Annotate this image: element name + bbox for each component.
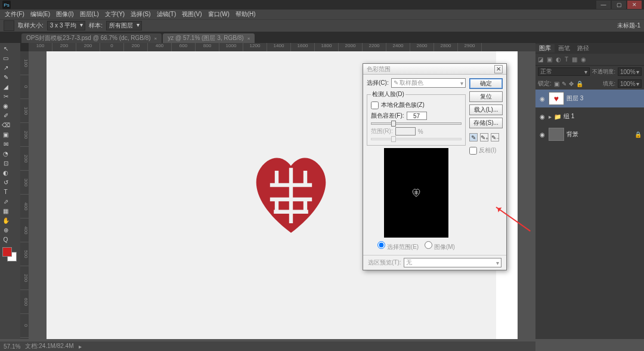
load-button[interactable]: 载入(L)... [469,104,503,115]
window-minimize[interactable]: — [596,1,611,9]
visibility-icon[interactable]: ◉ [538,96,546,102]
filter-icon[interactable]: T [565,56,568,63]
lasso-tool[interactable]: ↗ [1,63,10,72]
panels: 图库 画笔 路径 ◪ ▣ ◐ T ▦ ◉ 正常▾ 不透明度: 100%▾ 锁定:… [535,43,644,339]
layer-name: 背景 [566,130,578,138]
reset-button[interactable]: 复位 [469,91,503,102]
filter-icon[interactable]: ◪ [538,56,543,63]
gradient-tool[interactable]: ▣ [1,130,10,139]
app-logo: Ps [2,1,11,9]
layer-name: 组 1 [564,112,574,121]
fuzziness-input[interactable] [407,112,427,120]
patch-tool[interactable]: ⊡ [1,159,10,168]
preview-mode-select[interactable]: 无▾ [404,258,501,267]
invert-checkbox[interactable]: 反相(I) [469,146,503,155]
eyedropper-plus-icon[interactable]: ✎₊ [480,133,488,141]
menu-file[interactable]: 文件(F) [2,10,27,19]
filter-icon[interactable]: ◉ [581,56,586,63]
slice-tool[interactable]: ✂ [1,92,10,101]
visibility-icon[interactable]: ◉ [538,131,546,138]
eyedropper-tool[interactable]: ◉ [1,101,10,110]
panel-tab-paths[interactable]: 路径 [574,44,593,53]
blur-tool[interactable]: ◔ [1,149,10,158]
radio-selection[interactable]: 选择范围(E) [377,241,419,251]
eraser-tool[interactable]: ⌫ [1,121,10,130]
ruler-vertical: 10001002002003004004005002006000700 [20,51,29,339]
menu-type[interactable]: 文字(Y) [103,10,127,19]
dialog-title: 色彩范围 [367,65,391,73]
menu-window[interactable]: 窗口(W) [206,10,232,19]
wand-tool[interactable]: ✎ [1,73,10,82]
sample-size-label: 取样大小: [18,21,44,30]
lock-icon[interactable]: ✎ [562,81,566,87]
blend-mode-select[interactable]: 正常▾ [538,67,590,76]
sample-size-select[interactable]: 3 x 3 平均 [47,21,85,30]
fill-input[interactable]: 100%▾ [618,79,642,88]
panel-tab-layers[interactable]: 图库 [535,44,555,53]
dialog-close-button[interactable]: ✕ [494,65,503,73]
crop-tool[interactable]: ◢ [1,82,10,91]
menu-help[interactable]: 帮助(H) [233,10,258,19]
visibility-icon[interactable]: ◉ [538,113,546,120]
brush-tool[interactable]: ✐ [1,111,10,120]
color-swatch[interactable] [2,247,17,261]
options-bar: 取样大小: 3 x 3 平均 样本: 所有图层 未标题-1 [0,19,644,32]
menu-filter[interactable]: 滤镜(T) [154,10,179,19]
layer-group[interactable]: ◉ ▸ 📁 组 1 [535,107,644,125]
document-tab-2[interactable]: yz @ 57.1% (图层 3, RGB/8)× [163,33,255,43]
opacity-input[interactable]: 100%▾ [618,67,642,76]
ruler-horizontal: 1002002000200400600800100012001400160018… [29,43,535,51]
close-icon[interactable]: × [154,36,157,41]
type-tool[interactable]: T [1,187,10,196]
zoom-tool[interactable]: ⊕ [1,226,10,235]
document-tab-1[interactable]: OPS封面模板23-7-3.psd @ 66.7% (dc, RGB/8)× [21,33,162,43]
eyedropper-icon[interactable]: ✎ [469,133,478,141]
range-slider [371,138,462,140]
stamp-tool[interactable]: ✉ [1,140,10,149]
panel-tab-channels[interactable]: 画笔 [555,44,574,53]
marquee-tool[interactable]: ▭ [1,54,10,63]
save-button[interactable]: 存储(S)... [469,118,503,128]
expand-icon[interactable]: ▸ [549,113,552,120]
shape-tool[interactable]: ▦ [1,207,10,215]
dodge-tool[interactable]: ◐ [1,168,10,177]
menu-edit[interactable]: 编辑(E) [28,10,52,19]
tool-preset-icon[interactable] [4,20,14,31]
lock-icon[interactable]: 🔒 [576,81,583,87]
pen-tool[interactable]: ↺ [1,178,10,187]
select-dropdown[interactable]: ✎ 取样颜色▾ [391,78,466,88]
filter-icon[interactable]: ▣ [547,56,552,63]
foreground-color[interactable] [2,247,12,257]
artwork-heart [243,147,339,242]
range-unit: % [418,128,423,135]
lock-icon[interactable]: ▣ [554,81,559,87]
menu-image[interactable]: 图像(I) [54,10,76,19]
move-tool[interactable]: ↖ [1,44,10,53]
radio-image[interactable]: 图像(M) [425,241,455,251]
menu-bar: 文件(F) 编辑(E) 图像(I) 图层(L) 文字(Y) 选择(S) 滤镜(T… [0,10,644,19]
layer-item[interactable]: ◉ ♥ 图层 3 [535,90,644,107]
preview-mode-label: 选区预览(T): [368,258,401,267]
menu-layer[interactable]: 图层(L) [78,10,101,19]
chevron-right-icon[interactable]: ▸ [79,343,82,350]
lock-label: 锁定: [538,79,552,88]
fuzziness-slider[interactable] [371,122,462,125]
filter-icon[interactable]: ▦ [572,56,577,63]
quickmask-tool[interactable]: Q [1,235,10,244]
menu-select[interactable]: 选择(S) [128,10,153,19]
ok-button[interactable]: 确定 [469,78,503,89]
eyedropper-minus-icon[interactable]: ✎₋ [491,133,499,141]
zoom-level[interactable]: 57.1% [4,343,20,350]
toolbox: ↖ ▭ ↗ ✎ ◢ ✂ ◉ ✐ ⌫ ▣ ✉ ◔ ⊡ ◐ ↺ T ⬀ ▦ ✋ ⊕ … [0,43,20,339]
window-close[interactable]: ✕ [627,1,642,9]
sample-select[interactable]: 所有图层 [106,21,142,30]
lock-icon[interactable]: ✥ [569,81,574,87]
path-tool[interactable]: ⬀ [1,197,10,206]
hand-tool[interactable]: ✋ [1,216,10,225]
menu-view[interactable]: 视图(V) [179,10,204,19]
window-maximize[interactable]: ▢ [612,1,626,9]
filter-icon[interactable]: ◐ [556,56,561,63]
localized-checkbox[interactable] [371,101,379,109]
close-icon[interactable]: × [247,36,250,41]
layer-item[interactable]: ◉ 背景 🔒 [535,125,644,143]
